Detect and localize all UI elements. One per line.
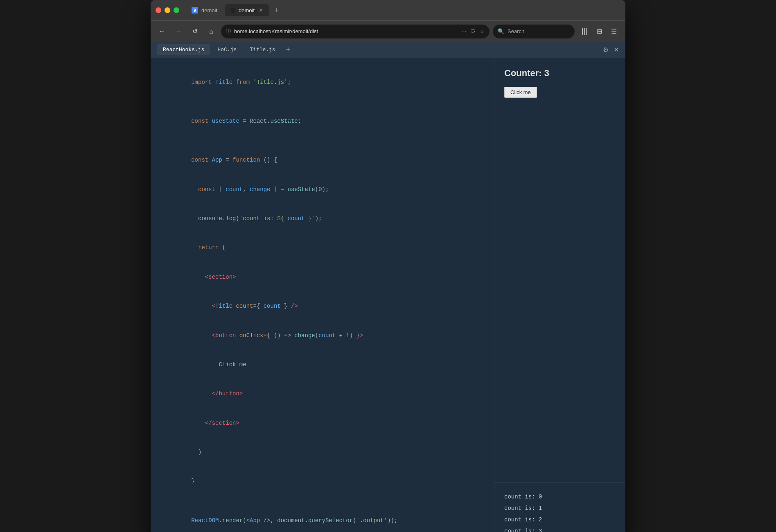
editor-toolbar-right: ⚙ ✕: [603, 46, 619, 54]
click-me-button[interactable]: Click me: [504, 87, 537, 98]
code-blank-1: [164, 97, 481, 107]
code-line-12: </section>: [164, 409, 481, 438]
search-icon: 🔍: [498, 28, 504, 34]
url-shield-icon[interactable]: 🛡: [470, 28, 476, 34]
search-bar[interactable]: 🔍 Search: [493, 25, 575, 38]
traffic-lights: [156, 7, 179, 13]
code-line-11: </button>: [164, 380, 481, 409]
counter-value: 3: [544, 68, 549, 78]
code-line-2: const useState = React.useState;: [164, 107, 481, 136]
url-more-icon[interactable]: ···: [462, 28, 466, 34]
console-line-2: count is: 2: [504, 514, 616, 525]
code-blank-3: [164, 496, 481, 506]
tab-inactive[interactable]: 9 demoit: [186, 5, 223, 16]
code-line-8: <Title count={ count } />: [164, 292, 481, 321]
url-bar[interactable]: ⓘ home.localhost/Krasimir/demoit/dist ··…: [221, 25, 490, 38]
close-button[interactable]: [156, 7, 161, 13]
code-line-5: console.log(`count is: ${ count }`);: [164, 204, 481, 233]
editor-tab-hoc[interactable]: HoC.js: [212, 44, 242, 55]
maximize-button[interactable]: [174, 7, 179, 13]
url-star-icon[interactable]: ☆: [480, 28, 485, 34]
code-line-7: <section>: [164, 263, 481, 292]
reader-button[interactable]: ⊟: [593, 25, 606, 38]
url-info-icon: ⓘ: [226, 28, 231, 35]
console-line-1: count is: 1: [504, 503, 616, 514]
close-editor-icon[interactable]: ✕: [614, 46, 619, 54]
code-line-15: ReactDOM.render(<App />, document.queryS…: [164, 506, 481, 532]
add-editor-tab-button[interactable]: +: [283, 45, 294, 54]
preview-panel: Counter: 3 Click me count is: 0 count is…: [494, 58, 625, 532]
tab-bar: 9 demoit demoit ✕ +: [186, 4, 282, 16]
home-button[interactable]: ⌂: [205, 25, 218, 38]
console-line-3: count is: 3: [504, 525, 616, 532]
code-panel: import Title from 'Title.js'; const useS…: [151, 58, 494, 532]
tab-label-active: demoit: [239, 7, 255, 14]
minimize-button[interactable]: [165, 7, 170, 13]
editor-tab-title[interactable]: Title.js: [244, 44, 281, 55]
search-placeholder: Search: [508, 28, 524, 34]
url-text: home.localhost/Krasimir/demoit/dist: [234, 28, 458, 34]
code-line-9: <button onClick={ () => change(count + 1…: [164, 321, 481, 350]
back-button[interactable]: ←: [156, 25, 169, 38]
library-button[interactable]: |||: [578, 25, 591, 38]
tab-favicon-inactive: 9: [192, 7, 198, 14]
editor-toolbar: ReactHooks.js HoC.js Title.js + ⚙ ✕: [151, 42, 625, 58]
code-line-3: const App = function () {: [164, 146, 481, 175]
counter-display: Counter: 3: [504, 68, 616, 79]
url-actions: ··· 🛡 ☆: [462, 28, 485, 34]
code-line-4: const [ count, change ] = useState(0);: [164, 175, 481, 204]
code-line-6: return (: [164, 234, 481, 263]
nav-extra-buttons: ||| ⊟ ☰: [578, 25, 620, 38]
code-blank-2: [164, 136, 481, 146]
code-line-10: Click me: [164, 350, 481, 379]
tab-active[interactable]: demoit ✕: [225, 4, 269, 16]
settings-icon[interactable]: ⚙: [603, 46, 609, 54]
tab-close-button[interactable]: ✕: [258, 7, 264, 14]
new-tab-button[interactable]: +: [271, 5, 282, 16]
code-line-14: }: [164, 467, 481, 496]
code-line-1: import Title from 'Title.js';: [164, 68, 481, 97]
preview-top: Counter: 3 Click me: [494, 58, 625, 483]
code-line-13: ): [164, 438, 481, 467]
nav-bar: ← → ↺ ⌂ ⓘ home.localhost/Krasimir/demoit…: [151, 20, 625, 42]
title-bar: 9 demoit demoit ✕ +: [151, 0, 625, 20]
counter-label: Counter:: [504, 68, 542, 78]
browser-window: 9 demoit demoit ✕ + ← → ↺ ⌂ ⓘ home.local…: [151, 0, 625, 532]
forward-button[interactable]: →: [172, 25, 185, 38]
tab-dot-icon: [230, 8, 235, 13]
editor-tab-reacthooks[interactable]: ReactHooks.js: [157, 44, 210, 55]
menu-button[interactable]: ☰: [607, 25, 620, 38]
console-line-0: count is: 0: [504, 491, 616, 503]
preview-console: count is: 0 count is: 1 count is: 2 coun…: [494, 483, 625, 532]
main-content: import Title from 'Title.js'; const useS…: [151, 58, 625, 532]
reload-button[interactable]: ↺: [188, 25, 201, 38]
tab-label-inactive: demoit: [201, 7, 217, 14]
